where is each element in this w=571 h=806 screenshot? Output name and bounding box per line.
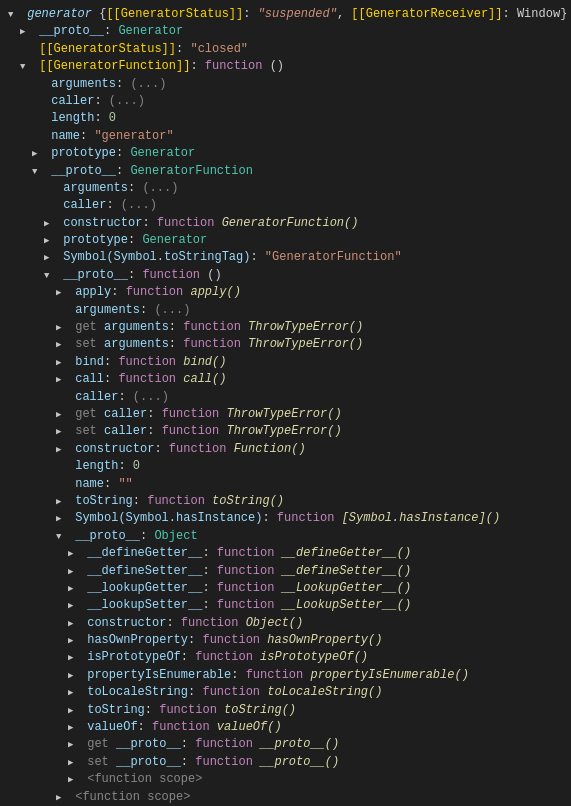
constructor2-arrow[interactable]: [56, 441, 68, 458]
caller2-line[interactable]: caller : (...): [4, 197, 567, 214]
length-line[interactable]: length : 0: [4, 110, 567, 127]
proto2-arrow[interactable]: [32, 163, 44, 180]
propertyIsEnumerable-arrow[interactable]: [68, 667, 80, 684]
proto2-line[interactable]: __proto__ : GeneratorFunction: [4, 163, 567, 180]
hasOwnProperty-arrow[interactable]: [68, 632, 80, 649]
lookupSetter-line[interactable]: __lookupSetter__ : function __LookupSett…: [4, 597, 567, 614]
proto4-line[interactable]: __proto__ : Object: [4, 528, 567, 545]
fn-scope1-arrow[interactable]: [68, 771, 80, 788]
constructor-arrow[interactable]: [44, 215, 56, 232]
name2-line[interactable]: name : "": [4, 476, 567, 493]
symbol-hasinstance-line[interactable]: Symbol(Symbol.hasInstance) : function [S…: [4, 510, 567, 527]
arguments3-line[interactable]: arguments : (...): [4, 302, 567, 319]
prototype-arrow[interactable]: [32, 145, 44, 162]
constructor3-line[interactable]: constructor : function Object(): [4, 615, 567, 632]
valueOf-arrow[interactable]: [68, 719, 80, 736]
object-tree: generator { [[GeneratorStatus]] : "suspe…: [0, 4, 571, 806]
set-caller-line[interactable]: set caller : function ThrowTypeError(): [4, 423, 567, 440]
root-arrow[interactable]: [8, 6, 20, 23]
set-arguments-arrow[interactable]: [56, 336, 68, 353]
lookupGetter-line[interactable]: __lookupGetter__ : function __LookupGett…: [4, 580, 567, 597]
caller3-line[interactable]: caller : (...): [4, 389, 567, 406]
proto3-line[interactable]: __proto__ : function (): [4, 267, 567, 284]
constructor3-arrow[interactable]: [68, 615, 80, 632]
symbol-tostring-arrow[interactable]: [44, 249, 56, 266]
proto4-arrow[interactable]: [56, 528, 68, 545]
tostring-line[interactable]: toString : function toString(): [4, 493, 567, 510]
get-caller-line[interactable]: get caller : function ThrowTypeError(): [4, 406, 567, 423]
call-line[interactable]: call : function call(): [4, 371, 567, 388]
get-arguments-arrow[interactable]: [56, 319, 68, 336]
toLocaleString-line[interactable]: toLocaleString : function toLocaleString…: [4, 684, 567, 701]
isPrototypeOf-line[interactable]: isPrototypeOf : function isPrototypeOf(): [4, 649, 567, 666]
lookupGetter-arrow[interactable]: [68, 580, 80, 597]
gen-fn-arrow[interactable]: [20, 58, 32, 75]
fn-scope2-arrow[interactable]: [56, 789, 68, 806]
prototype2-line[interactable]: prototype : Generator: [4, 232, 567, 249]
get-caller-arrow[interactable]: [56, 406, 68, 423]
fn-scope1-line[interactable]: <function scope>: [4, 771, 567, 788]
isPrototypeOf-arrow[interactable]: [68, 649, 80, 666]
defineSetter-line[interactable]: __defineSetter__ : function __defineSett…: [4, 563, 567, 580]
gen-status-line[interactable]: [[GeneratorStatus]] : "closed": [4, 41, 567, 58]
defineSetter-arrow[interactable]: [68, 563, 80, 580]
get-proto4-line[interactable]: get __proto__ : function __proto__(): [4, 736, 567, 753]
hasOwnProperty-line[interactable]: hasOwnProperty : function hasOwnProperty…: [4, 632, 567, 649]
fn-scope2-line[interactable]: <function scope>: [4, 789, 567, 806]
constructor-line[interactable]: constructor : function GeneratorFunction…: [4, 215, 567, 232]
set-proto4-arrow[interactable]: [68, 754, 80, 771]
toString2-line[interactable]: toString : function toString(): [4, 702, 567, 719]
proto3-arrow[interactable]: [44, 267, 56, 284]
arguments2-line[interactable]: arguments : (...): [4, 180, 567, 197]
get-proto4-arrow[interactable]: [68, 736, 80, 753]
length2-line[interactable]: length : 0: [4, 458, 567, 475]
proto1-arrow[interactable]: [20, 23, 32, 40]
bind-arrow[interactable]: [56, 354, 68, 371]
apply-line[interactable]: apply : function apply(): [4, 284, 567, 301]
set-arguments-line[interactable]: set arguments : function ThrowTypeError(…: [4, 336, 567, 353]
tostring-arrow[interactable]: [56, 493, 68, 510]
symbol-hasinstance-arrow[interactable]: [56, 510, 68, 527]
lookupSetter-arrow[interactable]: [68, 597, 80, 614]
apply-arrow[interactable]: [56, 284, 68, 301]
caller-line[interactable]: caller : (...): [4, 93, 567, 110]
symbol-tostring-line[interactable]: Symbol(Symbol.toStringTag) : "GeneratorF…: [4, 249, 567, 266]
toString2-arrow[interactable]: [68, 702, 80, 719]
defineGetter-arrow[interactable]: [68, 545, 80, 562]
constructor2-line[interactable]: constructor : function Function(): [4, 441, 567, 458]
toLocaleString-arrow[interactable]: [68, 684, 80, 701]
set-proto4-line[interactable]: set __proto__ : function __proto__(): [4, 754, 567, 771]
valueOf-line[interactable]: valueOf : function valueOf(): [4, 719, 567, 736]
get-arguments-line[interactable]: get arguments : function ThrowTypeError(…: [4, 319, 567, 336]
name-line[interactable]: name : "generator": [4, 128, 567, 145]
set-caller-arrow[interactable]: [56, 423, 68, 440]
defineGetter-line[interactable]: __defineGetter__ : function __defineGett…: [4, 545, 567, 562]
prototype-line[interactable]: prototype : Generator: [4, 145, 567, 162]
prototype2-arrow[interactable]: [44, 232, 56, 249]
root-key: generator: [20, 6, 99, 23]
gen-fn-line[interactable]: [[GeneratorFunction]] : function (): [4, 58, 567, 75]
proto1-line[interactable]: __proto__ : Generator: [4, 23, 567, 40]
call-arrow[interactable]: [56, 371, 68, 388]
root-line[interactable]: generator { [[GeneratorStatus]] : "suspe…: [4, 6, 567, 23]
bind-line[interactable]: bind : function bind(): [4, 354, 567, 371]
arguments-line[interactable]: arguments : (...): [4, 76, 567, 93]
propertyIsEnumerable-line[interactable]: propertyIsEnumerable : function property…: [4, 667, 567, 684]
